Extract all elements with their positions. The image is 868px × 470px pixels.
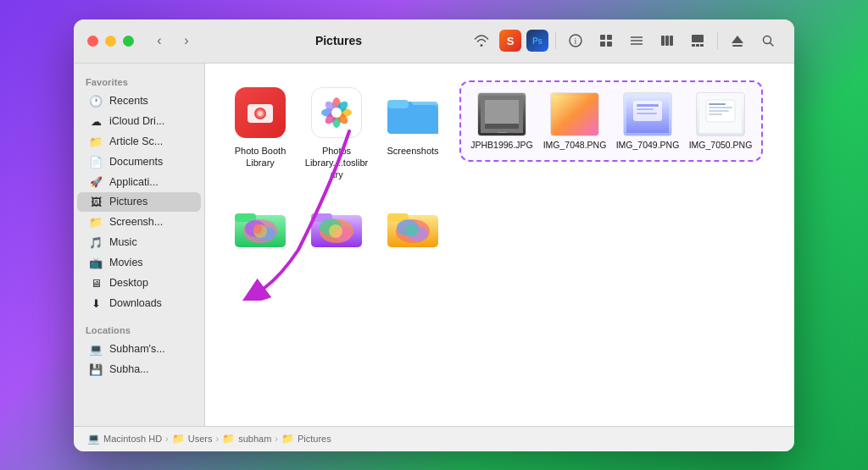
svg-rect-10 bbox=[665, 36, 669, 46]
info-icon[interactable]: i bbox=[563, 28, 588, 53]
svg-rect-43 bbox=[637, 104, 659, 107]
app-ps-badge[interactable]: Ps bbox=[526, 30, 548, 52]
icon-view-icon[interactable] bbox=[593, 28, 619, 53]
breadcrumb-users: 📁 Users bbox=[172, 433, 213, 445]
breadcrumb-label: subham bbox=[238, 434, 271, 444]
svg-point-23 bbox=[258, 111, 263, 116]
sidebar-item-label: Applicati... bbox=[109, 176, 159, 188]
svg-rect-15 bbox=[700, 44, 704, 47]
sidebar-item-label: Pictures bbox=[109, 196, 147, 207]
separator2 bbox=[717, 32, 718, 49]
colorful-folder-1-item[interactable] bbox=[222, 194, 298, 263]
list-view-icon[interactable] bbox=[624, 28, 649, 53]
macintosh-icon: 💻 bbox=[87, 433, 100, 445]
app-s-badge[interactable]: S bbox=[499, 30, 521, 52]
sidebar-item-label: Screensh... bbox=[109, 216, 163, 228]
sidebar-item-icloud[interactable]: ☁ iCloud Dri... bbox=[77, 112, 201, 131]
breadcrumb-label: Users bbox=[188, 434, 213, 444]
eject-icon[interactable] bbox=[725, 28, 750, 53]
svg-rect-40 bbox=[554, 96, 596, 133]
sidebar-item-label: Movies bbox=[109, 257, 143, 268]
window-title: Pictures bbox=[209, 34, 469, 47]
breadcrumb-macintosh: 💻 Macintosh HD bbox=[87, 433, 162, 445]
documents-icon: 📄 bbox=[89, 156, 103, 169]
svg-rect-5 bbox=[607, 41, 612, 47]
close-button[interactable] bbox=[87, 36, 98, 47]
breadcrumb-label: Pictures bbox=[298, 434, 331, 444]
svg-point-70 bbox=[405, 224, 419, 236]
file-label: IMG_7050.PNG bbox=[689, 140, 753, 150]
sidebar-item-screenshots[interactable]: 📁 Screensh... bbox=[77, 213, 201, 232]
svg-rect-51 bbox=[709, 113, 722, 115]
search-icon[interactable] bbox=[755, 28, 781, 53]
sidebar: Favorites 🕐 Recents ☁ iCloud Dri... 📁 Ar… bbox=[74, 64, 205, 426]
svg-rect-38 bbox=[485, 124, 519, 129]
svg-text:▬▬: ▬▬ bbox=[498, 130, 506, 133]
icloud-icon: ☁ bbox=[89, 115, 103, 128]
sidebar-item-label: Music bbox=[109, 236, 137, 248]
jphb1996-thumb: ▬▬ bbox=[477, 92, 526, 136]
maximize-button[interactable] bbox=[123, 36, 134, 47]
svg-rect-12 bbox=[692, 35, 704, 42]
gallery-view-icon[interactable] bbox=[685, 28, 710, 53]
jphb1996-item[interactable]: ▬▬ JPHB1996.JPG bbox=[468, 89, 536, 153]
column-view-icon[interactable] bbox=[654, 28, 680, 53]
forward-button[interactable]: › bbox=[175, 29, 198, 53]
drive-icon: 💾 bbox=[89, 363, 103, 376]
sidebar-item-article[interactable]: 📁 Article Sc... bbox=[77, 132, 201, 152]
file-label: PhotosLibrary....toslibrary bbox=[303, 145, 370, 181]
sidebar-item-label: iCloud Dri... bbox=[109, 115, 164, 127]
svg-rect-17 bbox=[732, 45, 743, 47]
img7050-item[interactable]: IMG_7050.PNG bbox=[687, 89, 754, 153]
minimize-button[interactable] bbox=[105, 36, 116, 47]
svg-marker-16 bbox=[732, 36, 743, 43]
svg-point-64 bbox=[329, 224, 342, 238]
colorful-folder-2-icon bbox=[309, 199, 364, 253]
colorful-folder-2-item[interactable] bbox=[298, 194, 375, 263]
sidebar-item-downloads[interactable]: ⬇ Downloads bbox=[77, 294, 201, 313]
applications-icon: 🚀 bbox=[89, 176, 103, 188]
sidebar-item-music[interactable]: 🎵 Music bbox=[77, 233, 201, 252]
colorful-folder-3-item[interactable] bbox=[375, 194, 451, 263]
sidebar-item-subham2[interactable]: 💾 Subha... bbox=[77, 360, 201, 379]
sidebar-item-pictures[interactable]: 🖼 Pictures bbox=[77, 192, 201, 212]
img7049-item[interactable]: IMG_7049.PNG bbox=[614, 89, 682, 153]
favorites-label: Favorites bbox=[74, 72, 204, 91]
main-content: Favorites 🕐 Recents ☁ iCloud Dri... 📁 Ar… bbox=[74, 64, 794, 426]
subham-folder-icon: 📁 bbox=[222, 433, 235, 445]
photos-library-item[interactable]: PhotosLibrary....toslibrary bbox=[298, 80, 375, 186]
wifi-icon bbox=[469, 28, 494, 53]
nav-buttons: ‹ › bbox=[147, 29, 198, 53]
svg-rect-14 bbox=[696, 44, 699, 47]
sidebar-item-applications[interactable]: 🚀 Applicati... bbox=[77, 173, 201, 191]
finder-window: ‹ › Pictures S Ps i bbox=[74, 19, 794, 451]
breadcrumb-separator2: › bbox=[215, 434, 219, 444]
music-icon: 🎵 bbox=[89, 236, 103, 249]
colorful-folder-3-icon bbox=[386, 199, 440, 253]
svg-rect-45 bbox=[637, 113, 657, 114]
img7048-item[interactable]: IMG_7048.PNG bbox=[541, 89, 609, 153]
selected-files-group: ▬▬ JPHB1996.JPG bbox=[459, 80, 763, 162]
file-label: JPHB1996.JPG bbox=[470, 140, 533, 150]
photos-icon bbox=[309, 86, 364, 140]
svg-rect-11 bbox=[670, 36, 673, 46]
sidebar-item-desktop[interactable]: 🖥 Desktop bbox=[77, 274, 201, 293]
sidebar-item-subham1[interactable]: 💻 Subham's... bbox=[77, 340, 201, 359]
file-label: IMG_7049.PNG bbox=[616, 140, 680, 150]
sidebar-item-documents[interactable]: 📄 Documents bbox=[77, 152, 201, 172]
sidebar-item-label: Subham's... bbox=[109, 343, 165, 355]
img7048-thumb bbox=[550, 92, 599, 136]
svg-rect-2 bbox=[600, 35, 605, 40]
svg-point-32 bbox=[331, 108, 342, 118]
svg-rect-35 bbox=[387, 100, 409, 108]
sidebar-item-label: Desktop bbox=[109, 277, 148, 289]
downloads-icon: ⬇ bbox=[89, 297, 103, 310]
breadcrumb-separator3: › bbox=[275, 434, 278, 444]
svg-rect-49 bbox=[709, 107, 732, 108]
screenshots-folder-item[interactable]: Screenshots bbox=[375, 80, 451, 162]
back-button[interactable]: ‹ bbox=[147, 29, 171, 53]
sidebar-item-recents[interactable]: 🕐 Recents bbox=[77, 91, 201, 111]
sidebar-item-movies[interactable]: 📺 Movies bbox=[77, 253, 201, 273]
photo-booth-library-item[interactable]: Photo BoothLibrary bbox=[222, 80, 298, 174]
sidebar-item-label: Article Sc... bbox=[109, 135, 163, 147]
